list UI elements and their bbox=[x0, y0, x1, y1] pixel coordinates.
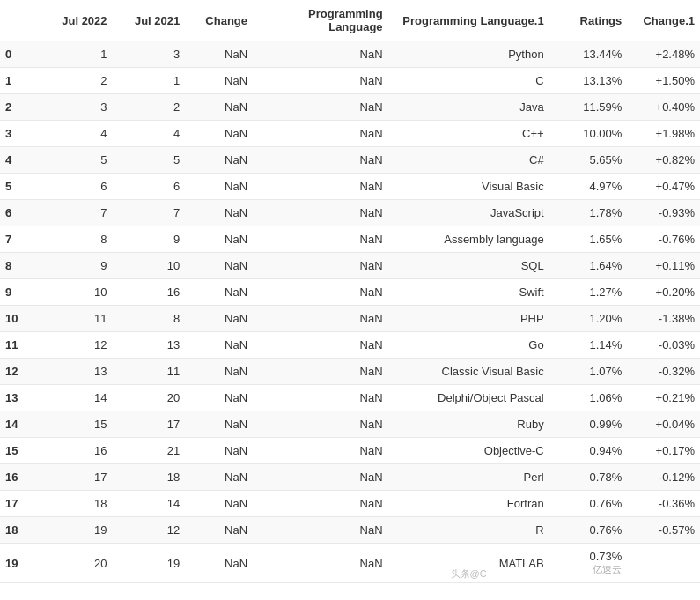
cell-lang: NaN bbox=[253, 94, 388, 121]
cell-lang1: Swift bbox=[388, 279, 549, 306]
cell-jul22: 10 bbox=[40, 279, 113, 306]
cell-lang: NaN bbox=[253, 174, 388, 200]
table-row: 232NaNNaNJava11.59%+0.40% bbox=[0, 94, 700, 121]
cell-jul22: 1 bbox=[40, 41, 113, 68]
cell-change: NaN bbox=[185, 174, 253, 200]
cell-change: NaN bbox=[185, 41, 253, 68]
cell-change1: +0.17% bbox=[627, 438, 700, 464]
cell-lang: NaN bbox=[253, 332, 388, 359]
table-row: 10118NaNNaNPHP1.20%-1.38% bbox=[0, 306, 700, 332]
cell-ratings: 1.06% bbox=[549, 385, 628, 411]
table-row: 111213NaNNaNGo1.14%-0.03% bbox=[0, 332, 700, 359]
cell-lang: NaN bbox=[253, 411, 388, 438]
cell-change: NaN bbox=[185, 94, 253, 121]
cell-lang1: PHP bbox=[388, 306, 549, 332]
cell-change: NaN bbox=[185, 359, 253, 385]
table-row: 013NaNNaNPython13.44%+2.48% bbox=[0, 41, 700, 68]
cell-lang1: Ruby bbox=[388, 411, 549, 438]
table-row: 161718NaNNaNPerl0.78%-0.12% bbox=[0, 464, 700, 491]
cell-change1: -0.57% bbox=[627, 517, 700, 544]
cell-change1: -0.32% bbox=[627, 359, 700, 385]
cell-jul21: 3 bbox=[113, 41, 186, 68]
cell-index: 15 bbox=[0, 438, 40, 464]
cell-lang1: C# bbox=[388, 147, 549, 174]
cell-jul21: 12 bbox=[113, 517, 186, 544]
table-row: 344NaNNaNC++10.00%+1.98% bbox=[0, 121, 700, 147]
table-row: 677NaNNaNJavaScript1.78%-0.93% bbox=[0, 200, 700, 226]
cell-change: NaN bbox=[185, 306, 253, 332]
cell-change1 bbox=[627, 544, 700, 583]
cell-jul21: 5 bbox=[113, 147, 186, 174]
header-ratings: Ratings bbox=[549, 0, 628, 41]
cell-jul21: 1 bbox=[113, 68, 186, 94]
cell-lang: NaN bbox=[253, 306, 388, 332]
cell-index: 4 bbox=[0, 147, 40, 174]
cell-index: 13 bbox=[0, 385, 40, 411]
cell-jul21: 10 bbox=[113, 253, 186, 279]
cell-change: NaN bbox=[185, 438, 253, 464]
table-row: 91016NaNNaNSwift1.27%+0.20% bbox=[0, 279, 700, 306]
cell-ratings: 0.76% bbox=[549, 491, 628, 517]
cell-index: 17 bbox=[0, 491, 40, 517]
cell-change1: +0.47% bbox=[627, 174, 700, 200]
cell-index: 5 bbox=[0, 174, 40, 200]
cell-jul22: 6 bbox=[40, 174, 113, 200]
cell-index: 14 bbox=[0, 411, 40, 438]
header-lang1: Programming Language.1 bbox=[388, 0, 549, 41]
cell-change1: -0.12% bbox=[627, 464, 700, 491]
cell-ratings: 0.99% bbox=[549, 411, 628, 438]
cell-jul22: 16 bbox=[40, 438, 113, 464]
cell-ratings: 0.94% bbox=[549, 438, 628, 464]
cell-jul22: 19 bbox=[40, 517, 113, 544]
cell-jul21: 11 bbox=[113, 359, 186, 385]
table-row: 151621NaNNaNObjective-C0.94%+0.17% bbox=[0, 438, 700, 464]
cell-index: 18 bbox=[0, 517, 40, 544]
cell-jul21: 17 bbox=[113, 411, 186, 438]
cell-lang: NaN bbox=[253, 253, 388, 279]
cell-jul22: 8 bbox=[40, 226, 113, 253]
cell-lang1: Perl bbox=[388, 464, 549, 491]
cell-lang1: JavaScript bbox=[388, 200, 549, 226]
cell-change: NaN bbox=[185, 411, 253, 438]
table-row: 121NaNNaNC13.13%+1.50% bbox=[0, 68, 700, 94]
cell-index: 8 bbox=[0, 253, 40, 279]
cell-lang: NaN bbox=[253, 68, 388, 94]
header-lang: Programming Language bbox=[253, 0, 388, 41]
cell-change1: +1.50% bbox=[627, 68, 700, 94]
cell-lang: NaN bbox=[253, 147, 388, 174]
table-row: 566NaNNaNVisual Basic4.97%+0.47% bbox=[0, 174, 700, 200]
cell-jul21: 20 bbox=[113, 385, 186, 411]
cell-change1: +0.21% bbox=[627, 385, 700, 411]
cell-ratings: 0.76% bbox=[549, 517, 628, 544]
cell-jul22: 15 bbox=[40, 411, 113, 438]
cell-index: 11 bbox=[0, 332, 40, 359]
cell-change: NaN bbox=[185, 332, 253, 359]
cell-index: 2 bbox=[0, 94, 40, 121]
table-container: Jul 2022 Jul 2021 Change Programming Lan… bbox=[0, 0, 700, 583]
cell-change: NaN bbox=[185, 226, 253, 253]
cell-change: NaN bbox=[185, 517, 253, 544]
cell-lang: NaN bbox=[253, 438, 388, 464]
cell-jul21: 13 bbox=[113, 332, 186, 359]
cell-jul22: 11 bbox=[40, 306, 113, 332]
cell-lang1: Objective-C bbox=[388, 438, 549, 464]
cell-lang1: R bbox=[388, 517, 549, 544]
cell-change1: +0.04% bbox=[627, 411, 700, 438]
cell-index: 0 bbox=[0, 41, 40, 68]
header-jul22: Jul 2022 bbox=[40, 0, 113, 41]
cell-index: 6 bbox=[0, 200, 40, 226]
cell-index: 1 bbox=[0, 68, 40, 94]
cell-ratings: 4.97% bbox=[549, 174, 628, 200]
cell-lang1: Classic Visual Basic bbox=[388, 359, 549, 385]
cell-change: NaN bbox=[185, 385, 253, 411]
cell-change: NaN bbox=[185, 279, 253, 306]
cell-ratings: 1.64% bbox=[549, 253, 628, 279]
cell-lang: NaN bbox=[253, 41, 388, 68]
cell-ratings: 1.14% bbox=[549, 332, 628, 359]
table-row: 121311NaNNaNClassic Visual Basic1.07%-0.… bbox=[0, 359, 700, 385]
cell-ratings: 11.59% bbox=[549, 94, 628, 121]
cell-lang1: Assembly language bbox=[388, 226, 549, 253]
cell-lang1: C bbox=[388, 68, 549, 94]
cell-index: 16 bbox=[0, 464, 40, 491]
table-row: 192019NaNNaNMATLAB头条@C0.73%亿速云 bbox=[0, 544, 700, 583]
